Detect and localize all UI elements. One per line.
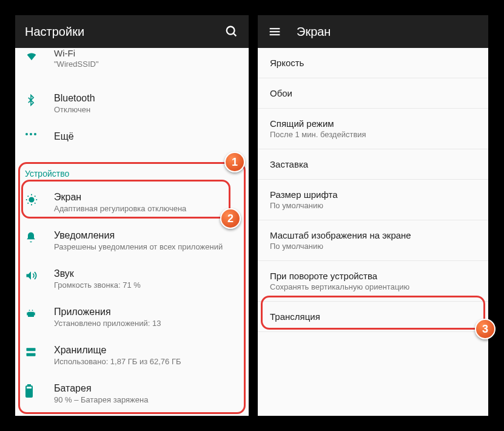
bluetooth-sub: Отключен	[54, 105, 239, 114]
svg-rect-19	[27, 348, 36, 351]
apps-item[interactable]: Приложения Установлено приложений: 13	[15, 298, 249, 336]
toolbar-display: Экран	[258, 15, 488, 48]
svg-line-10	[28, 196, 29, 197]
more-icon	[25, 131, 54, 136]
display-screen: Экран Яркость Обои Спящий режим После 1 …	[258, 15, 488, 416]
apps-sub: Установлено приложений: 13	[54, 319, 239, 328]
svg-point-2	[25, 133, 28, 135]
svg-rect-26	[270, 34, 280, 35]
more-item[interactable]: Ещё	[15, 123, 249, 159]
storage-title: Хранилище	[54, 345, 239, 356]
svg-rect-25	[270, 31, 280, 32]
step-badge-1: 1	[224, 152, 245, 172]
svg-line-11	[35, 203, 35, 203]
svg-rect-17	[27, 313, 28, 316]
step-badge-3: 3	[475, 319, 496, 339]
fontsize-item[interactable]: Размер шрифта По умолчанию	[258, 180, 488, 220]
menu-icon[interactable]	[267, 24, 282, 39]
screensaver-item[interactable]: Заставка	[258, 149, 488, 180]
battery-item[interactable]: Батарея 90 % – Батарея заряжена	[15, 375, 249, 413]
page-title: Экран	[297, 25, 479, 39]
sound-item[interactable]: Звук Громкость звонка: 71 %	[15, 260, 249, 298]
storage-item[interactable]: Хранилище Использовано: 1,87 ГБ из 62,76…	[15, 336, 249, 375]
step-badge-2: 2	[220, 208, 241, 229]
svg-point-3	[30, 133, 32, 135]
wifi-icon	[25, 48, 54, 63]
bluetooth-icon	[25, 93, 54, 106]
wallpaper-item[interactable]: Обои	[258, 78, 488, 109]
sound-sub: Громкость звонка: 71 %	[54, 280, 239, 290]
displayscale-item[interactable]: Масштаб изображения на экране По умолчан…	[258, 220, 488, 261]
display-title: Экран	[54, 192, 239, 203]
settings-screen: Настройки Wi-Fi "WiredSSID" Bluetooth От…	[15, 15, 249, 416]
bell-icon	[25, 230, 54, 243]
svg-rect-24	[270, 28, 280, 29]
svg-rect-23	[27, 389, 32, 396]
notifications-sub: Разрешены уведомления от всех приложений	[54, 242, 239, 251]
svg-line-12	[28, 203, 29, 203]
svg-point-0	[227, 27, 235, 35]
display-settings-list: Яркость Обои Спящий режим После 1 мин. б…	[258, 48, 488, 332]
storage-sub: Использовано: 1,87 ГБ из 62,76 ГБ	[54, 357, 239, 366]
brightness-item[interactable]: Яркость	[258, 48, 488, 78]
android-icon	[25, 307, 54, 320]
volume-icon	[25, 268, 54, 282]
svg-line-13	[35, 196, 35, 197]
svg-rect-18	[34, 313, 35, 316]
wifi-item[interactable]: Wi-Fi "WiredSSID"	[15, 48, 249, 84]
battery-icon	[25, 383, 54, 398]
display-sub: Адаптивная регулировка отключена	[54, 204, 239, 213]
search-icon[interactable]	[224, 24, 239, 39]
brightness-icon	[25, 192, 54, 206]
display-item[interactable]: Экран Адаптивная регулировка отключена	[15, 183, 249, 222]
notifications-title: Уведомления	[54, 230, 239, 241]
svg-rect-14	[28, 312, 34, 317]
svg-point-4	[34, 133, 36, 135]
wifi-sub: "WiredSSID"	[54, 59, 239, 69]
cast-item[interactable]: Трансляция	[258, 302, 488, 332]
battery-sub: 90 % – Батарея заряжена	[54, 395, 239, 404]
svg-rect-22	[28, 385, 30, 386]
storage-icon	[25, 345, 54, 358]
svg-point-16	[32, 310, 33, 311]
notifications-item[interactable]: Уведомления Разрешены уведомления от все…	[15, 222, 249, 260]
section-device: Устройство	[15, 159, 249, 183]
svg-point-15	[29, 310, 30, 311]
toolbar-settings: Настройки	[15, 15, 249, 48]
apps-title: Приложения	[54, 307, 239, 317]
rotation-item[interactable]: При повороте устройства Сохранять вертик…	[258, 261, 488, 302]
sound-title: Звук	[54, 268, 239, 279]
svg-line-1	[234, 33, 237, 36]
svg-point-5	[29, 197, 33, 202]
page-title: Настройки	[25, 25, 224, 39]
more-title: Ещё	[54, 131, 239, 142]
wifi-title: Wi-Fi	[54, 48, 239, 58]
bluetooth-title: Bluetooth	[54, 93, 239, 104]
sleep-item[interactable]: Спящий режим После 1 мин. бездействия	[258, 109, 488, 149]
bluetooth-item[interactable]: Bluetooth Отключен	[15, 84, 249, 123]
battery-title: Батарея	[54, 383, 239, 394]
svg-rect-20	[27, 353, 36, 356]
